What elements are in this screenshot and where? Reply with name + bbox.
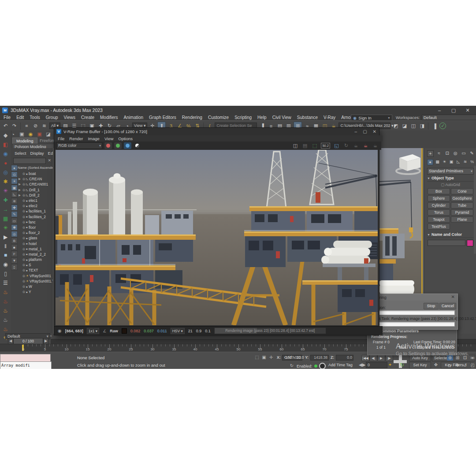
menu-scripting[interactable]: Scripting [234, 115, 252, 120]
stop-icon[interactable]: ■ [1, 251, 10, 260]
filter-spacewarp-icon[interactable]: ≋ [11, 198, 18, 204]
zoom-region-icon[interactable]: ▭ [469, 355, 476, 361]
explorer-sort-header[interactable]: Name (Sorted Ascending) [18, 166, 57, 170]
zoom-readout[interactable]: 50.2 [321, 143, 330, 149]
list-item[interactable]: ◎●W [18, 284, 53, 289]
menu-create[interactable]: Create [81, 115, 94, 120]
play-button[interactable]: ▶ [377, 355, 385, 361]
alpha-channel-button[interactable] [134, 142, 141, 149]
menu-group[interactable]: Group [46, 115, 58, 120]
render-last-icon[interactable]: ☕ [372, 142, 379, 149]
menu-views[interactable]: Views [64, 115, 76, 120]
dialog-close-icon[interactable]: ✕ [451, 294, 455, 299]
save-plus-icon[interactable]: ◫ [409, 122, 417, 130]
next-frame-icon[interactable]: ▶ [43, 338, 48, 344]
camera-icon[interactable]: ▣ [36, 131, 43, 138]
explorer-menu-select[interactable]: Select [15, 151, 26, 156]
grid-icon[interactable]: ▦ [1, 214, 10, 223]
category-geometry-icon[interactable]: ● [427, 159, 433, 165]
textplus-button[interactable]: TextPlus [428, 223, 450, 230]
primitive-category-dropdown[interactable]: Standard Primitives▾ [427, 168, 474, 175]
maximize-button[interactable]: ▢ [450, 108, 457, 113]
filter-basket-icon[interactable]: ▯ [11, 264, 18, 270]
teapot-icon[interactable]: ☕ [353, 142, 359, 149]
category-systems-icon[interactable]: % [469, 159, 475, 164]
set-key-button[interactable]: Set Key [409, 362, 431, 368]
fire-icon[interactable]: ♨ [1, 288, 10, 297]
menu-modifiers[interactable]: Modifiers [100, 115, 118, 120]
import-icon[interactable]: ◩ [392, 122, 399, 130]
torus-button[interactable]: Torus [428, 209, 450, 216]
filter-frozen-icon[interactable]: ✱ [11, 224, 18, 231]
isolate-icon[interactable]: ⬚ [254, 355, 260, 361]
filter-funnel-icon[interactable]: ▼ [11, 257, 18, 264]
lightbulb-icon[interactable]: ◉ [27, 131, 34, 138]
red-box-icon[interactable]: ◧ [1, 141, 10, 149]
tab-hierarchy[interactable]: ⊡ [444, 150, 450, 156]
save-image-icon[interactable]: ◫ [292, 142, 298, 149]
cylinder-button[interactable]: Cylinder [428, 202, 450, 208]
filter-helper-icon[interactable]: ✚ [11, 205, 18, 211]
filter-hidden-icon[interactable]: ◎ [11, 231, 18, 237]
workspace-dropdown[interactable]: Default [422, 115, 476, 120]
export-icon[interactable]: ◪ [401, 122, 408, 130]
explorer-search-input[interactable] [13, 158, 46, 164]
teapot-button[interactable]: Teapot [428, 216, 450, 223]
tab-display[interactable]: ▭ [461, 150, 467, 156]
list-item[interactable]: ◎☀VRaySun001.Target [18, 279, 53, 284]
swirl-icon[interactable]: ✳ [1, 187, 10, 195]
panel-scrollbar[interactable] [474, 166, 476, 254]
orbit-icon[interactable]: ↺ [462, 362, 468, 368]
blue-channel-button[interactable] [124, 142, 131, 149]
pan-icon[interactable]: ✥ [454, 362, 461, 368]
autogrid-checkbox[interactable]: ▢ AutoGrid [424, 182, 476, 187]
time-slider-handle[interactable]: ◀ 0 / 100 ▶ [8, 338, 48, 344]
filter-camera-icon[interactable]: ▣ [11, 185, 18, 191]
filter-geometry-icon[interactable]: ● [11, 165, 18, 171]
list-item[interactable]: ◎●TEXT [18, 268, 53, 273]
menu-civil-view[interactable]: Civil View [272, 115, 291, 120]
explosion-icon[interactable]: ♨ [1, 307, 10, 315]
y-coordinate-field[interactable]: 1418.38 [310, 355, 329, 361]
geosphere-button[interactable]: GeoSphere [451, 195, 473, 201]
vfb-minimize-button[interactable]: – [355, 129, 357, 134]
list-item[interactable]: ◎●metal_2_2 [18, 252, 53, 257]
menu-graph-editors[interactable]: Graph Editors [149, 115, 176, 120]
region-render-icon[interactable]: ⬚ [311, 142, 318, 149]
burst-icon[interactable]: ✳ [1, 223, 10, 232]
vfb-menu-view[interactable]: View [104, 136, 113, 141]
plane-button[interactable]: Plane [451, 216, 473, 223]
channel-dropdown[interactable]: RGB color▾ [56, 142, 102, 149]
frame-region-icon[interactable]: ◱ [333, 142, 340, 149]
list-item[interactable]: ◎☀VRaySun001 [18, 273, 53, 279]
link-icon[interactable]: ∝ [23, 122, 30, 130]
unlink-icon[interactable]: ⊘ [32, 122, 39, 130]
box-button[interactable]: Box [428, 188, 450, 194]
category-cameras-icon[interactable]: ▣ [449, 159, 454, 164]
red-channel-button[interactable] [104, 142, 112, 149]
trash-icon[interactable]: ▯ [1, 270, 10, 278]
filter-group-icon[interactable]: G [11, 171, 18, 178]
filter-bone-icon[interactable]: ✎ [11, 211, 18, 217]
cancel-button[interactable]: Cancel [439, 303, 456, 309]
name-color-rollout[interactable]: ▼Name and Color [427, 232, 474, 238]
macro-recorder-field[interactable] [0, 354, 51, 362]
explorer-menu-display[interactable]: Display [30, 151, 44, 156]
selection-lock-icon[interactable]: ▣ [261, 355, 267, 361]
list-item[interactable]: ◎●S [18, 262, 53, 268]
render-box-icon[interactable]: ▣ [19, 131, 25, 138]
stop-render-icon[interactable]: ☕ [362, 142, 369, 149]
object-name-field[interactable] [428, 240, 465, 246]
list-item[interactable]: ◎●floor_2 [18, 230, 53, 235]
list-item[interactable]: ◎●glass [18, 235, 53, 241]
vfb-menu-render[interactable]: Render [69, 136, 83, 141]
bind-spacewarp-icon[interactable]: ≋ [41, 122, 48, 130]
time-tag-icon[interactable]: ↻ [289, 363, 295, 369]
smoke-icon[interactable]: ♨ [1, 316, 10, 324]
set-keys-icon[interactable]: ✥ [433, 362, 439, 368]
category-helpers-icon[interactable]: ◺ [456, 159, 461, 164]
add-time-tag[interactable]: Add Time Tag [328, 363, 353, 367]
filter-b-icon[interactable]: B [11, 238, 18, 244]
list-item[interactable]: ◎●elec1 [18, 198, 53, 203]
category-lights-icon[interactable]: ☀ [442, 159, 447, 164]
